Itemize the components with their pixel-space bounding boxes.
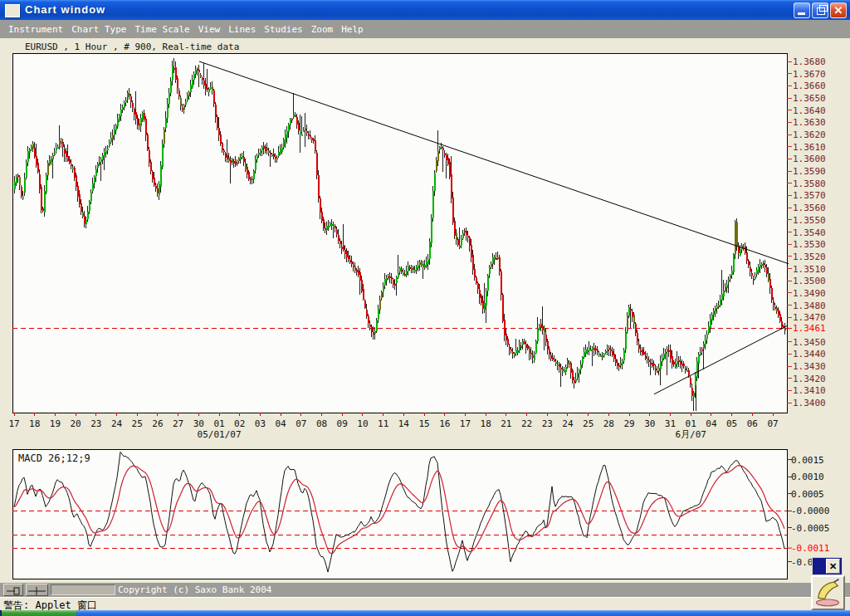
date-tick-label: 25 (583, 418, 594, 429)
status-bar: 警告: Applet 窗口 (0, 597, 850, 610)
copyright-label: Copyright (c) Saxo Bank 2004 (118, 583, 271, 597)
date-tick-label: 29 (623, 418, 634, 429)
price-tick-label: 1.3510 (793, 264, 826, 275)
date-tick-label: 08 (316, 418, 327, 429)
date-tick-label: 30 (193, 418, 204, 429)
taskbar-strip (0, 610, 850, 616)
price-tick-label: 1.3570 (793, 190, 826, 201)
date-tick-label: 03 (255, 418, 266, 429)
price-tick-label: 1.3580 (793, 178, 826, 189)
date-tick-label: 21 (501, 418, 511, 429)
date-tick-label: 19 (50, 418, 61, 429)
start-button-fragment[interactable] (2, 610, 76, 616)
price-tick-label: 1.3550 (793, 215, 826, 226)
price-tick-label: 1.3430 (793, 361, 826, 372)
date-tick-label: 22 (521, 418, 532, 429)
price-tick-label: 1.3530 (793, 239, 826, 250)
chart-shift-button[interactable] (3, 584, 23, 596)
date-tick-label: 07 (767, 418, 778, 429)
date-tick-label: 06 (747, 418, 758, 429)
date-tick-label: 05 (726, 418, 737, 429)
date-tick-label: 18 (481, 418, 491, 429)
date-tick-label: 04 (276, 418, 287, 429)
price-tick-label: 1.3490 (793, 288, 826, 299)
plus-line-icon (27, 585, 47, 596)
price-tick-label: 1.3540 (793, 227, 826, 238)
price-tick-label: 1.3470 (793, 312, 826, 323)
chart-panels (12, 53, 787, 579)
applet-close-button[interactable]: ✕ (826, 559, 840, 574)
price-tick-label: 1.3520 (793, 252, 826, 262)
macd-tick-label: -0.0005 (791, 523, 829, 534)
date-tick-label: 04 (706, 418, 717, 429)
date-tick-label: 23 (90, 418, 101, 429)
date-tick-label: 01 (213, 418, 224, 429)
price-tick-label: 1.3600 (793, 154, 826, 164)
date-tick-label: 07 (296, 418, 306, 429)
date-tick-label: 23 (542, 418, 553, 429)
shift-icon (4, 585, 22, 596)
date-tick-label: 10 (357, 418, 368, 429)
price-tick-label: 1.3670 (793, 69, 826, 80)
price-axis: 1.36801.36701.36601.36501.36401.36301.36… (787, 56, 826, 408)
date-tick-label: 17 (8, 418, 19, 429)
macd-tick-label: 0.0015 (791, 455, 824, 466)
price-tick-label: 1.3680 (793, 56, 826, 67)
date-tick-label: 09 (337, 418, 348, 429)
zoom-horizontal-button[interactable] (26, 584, 48, 596)
taskbar-fragment (76, 610, 850, 616)
price-tick-label: 1.3660 (793, 81, 826, 91)
date-tick-label: 01 (686, 418, 696, 429)
date-tick-label: 25 (132, 418, 143, 429)
applet-icon-panel[interactable] (811, 575, 845, 610)
hand-pen-icon (813, 577, 843, 608)
date-tick-label: 26 (152, 418, 163, 429)
price-tick-label: 1.3420 (793, 374, 826, 384)
macd-tick-label: 0.0005 (791, 489, 824, 500)
price-tick-label: 1.3590 (793, 166, 826, 177)
macd-current-label: -0.0011 (791, 543, 829, 554)
price-tick-label: 1.3610 (793, 142, 826, 153)
price-tick-label: 1.3640 (793, 105, 826, 116)
macd-tick-label: 0.0010 (791, 472, 824, 482)
macd-study-label: MACD 26;12;9 (18, 452, 90, 464)
date-tick-label: 24 (111, 418, 123, 429)
price-tick-label: 1.3440 (793, 349, 826, 359)
price-tick-label: 1.3650 (793, 93, 826, 104)
macd-tick-label: -0.0000 (791, 506, 829, 516)
date-tick-label: 27 (173, 418, 183, 429)
price-tick-label: 1.3410 (793, 385, 826, 396)
date-tick-label: 31 (665, 418, 676, 429)
chart-canvas[interactable]: 1.36801.36701.36601.36501.36401.36301.36… (0, 0, 850, 616)
date-tick-label: 14 (398, 418, 410, 429)
price-tick-label: 1.3560 (793, 203, 826, 213)
chart-window: 1.36801.36701.36601.36501.36401.36301.36… (0, 0, 850, 616)
date-axis: 1718192023242526273001020304070809101114… (8, 413, 778, 440)
price-tick-label: 1.3630 (793, 117, 826, 128)
date-tick-label: 28 (603, 418, 614, 429)
period-label: 6月/07 (675, 429, 706, 440)
scroll-row: Copyright (c) Saxo Bank 2004 (0, 583, 850, 597)
date-tick-label: 30 (644, 418, 655, 429)
date-tick-label: 16 (439, 418, 450, 429)
period-label: 05/01/07 (198, 429, 242, 440)
price-tick-label: 1.3480 (793, 301, 826, 311)
price-tick-label: 1.3500 (793, 276, 826, 286)
macd-axis: 0.00150.00100.0005-0.0000-0.0005-0.0015-… (787, 455, 829, 568)
date-tick-label: 18 (29, 418, 40, 429)
date-tick-label: 17 (460, 418, 471, 429)
price-tick-label: 1.3400 (793, 398, 826, 408)
price-tick-label: 1.3620 (793, 130, 826, 140)
date-tick-label: 24 (562, 418, 574, 429)
date-tick-label: 11 (378, 418, 388, 429)
date-tick-label: 02 (234, 418, 245, 429)
date-tick-label: 20 (70, 418, 81, 429)
current-price-label: 1.3461 (793, 323, 826, 334)
date-tick-label: 15 (418, 418, 429, 429)
price-tick-label: 1.3450 (793, 337, 826, 348)
scrollbar-track[interactable] (51, 584, 115, 595)
